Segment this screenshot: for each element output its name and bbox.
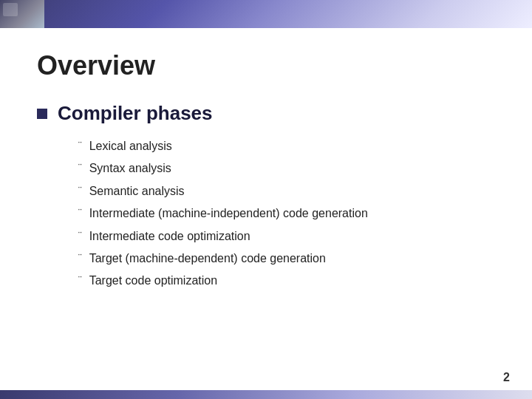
bottom-bar (0, 390, 532, 399)
list-item: ¨Intermediate code optimization (78, 228, 495, 245)
header-bar (0, 0, 532, 28)
list-item-bullet: ¨ (78, 139, 82, 154)
section-heading: Compiler phases (37, 102, 495, 125)
list-item-text: Semantic analysis (89, 183, 185, 200)
list-item-text: Intermediate (machine-independent) code … (89, 205, 368, 222)
list-item-text: Lexical analysis (89, 138, 172, 154)
list-item-text: Target (machine-dependent) code generati… (89, 250, 326, 267)
list-item-bullet: ¨ (78, 184, 82, 199)
list-item-bullet: ¨ (78, 161, 82, 176)
list-item: ¨Target code optimization (78, 273, 495, 289)
list-item-text: Target code optimization (89, 273, 217, 289)
slide-title: Overview (37, 50, 495, 81)
list-item-bullet: ¨ (78, 229, 82, 244)
header-image (0, 0, 44, 28)
list-item: ¨Lexical analysis (78, 138, 495, 154)
slide-content: Overview Compiler phases ¨Lexical analys… (0, 28, 532, 390)
list-item-bullet: ¨ (78, 251, 82, 266)
page-number: 2 (503, 371, 510, 384)
items-list: ¨Lexical analysis¨Syntax analysis¨Semant… (78, 138, 495, 290)
list-item: ¨Syntax analysis (78, 160, 495, 177)
list-item-text: Intermediate code optimization (89, 228, 250, 245)
list-item-bullet: ¨ (78, 206, 82, 221)
list-item: ¨Target (machine-dependent) code generat… (78, 250, 495, 267)
section-title: Compiler phases (58, 102, 213, 125)
list-item: ¨Semantic analysis (78, 183, 495, 200)
list-item-bullet: ¨ (78, 273, 82, 288)
list-item-text: Syntax analysis (89, 160, 171, 177)
section-bullet-square (37, 109, 47, 119)
list-item: ¨Intermediate (machine-independent) code… (78, 205, 495, 222)
